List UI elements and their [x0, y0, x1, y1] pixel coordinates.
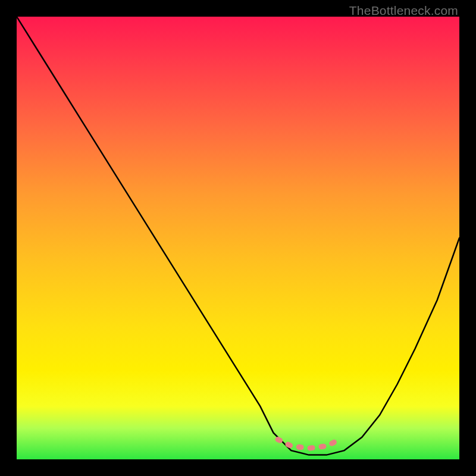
watermark-text: TheBottleneck.com: [349, 4, 458, 18]
chart-background-gradient: [17, 17, 459, 459]
chart-frame: [17, 17, 459, 459]
